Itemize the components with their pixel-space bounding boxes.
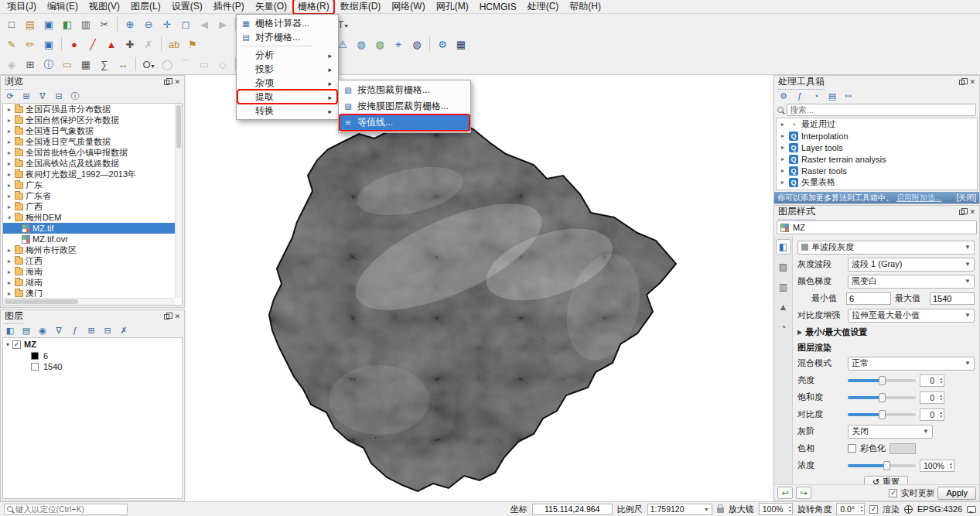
align-rasters-item[interactable]: ▤ 对齐栅格... (237, 30, 338, 44)
banner-close-link[interactable]: [关闭] (956, 193, 976, 203)
add-point-feature-icon[interactable]: ● (65, 36, 84, 53)
chevron-icon[interactable] (6, 193, 12, 200)
chevron-right-icon[interactable] (780, 132, 786, 139)
browser-item[interactable]: 广东省 (3, 190, 182, 201)
geocoding-icon[interactable]: ◍ (408, 36, 426, 53)
remove-layer-icon[interactable]: ✗ (117, 324, 131, 337)
save-layer-edits-icon[interactable]: ▣ (39, 36, 58, 53)
transparency-tab-icon[interactable]: ▨ (776, 259, 791, 275)
raster-calculator-item[interactable]: ▦ 栅格计算器... (237, 16, 338, 30)
menu-edit[interactable]: 编辑(E) (42, 0, 84, 14)
browser-item[interactable]: 全国百强县市分布数据 (3, 104, 182, 114)
chevron-right-icon[interactable] (780, 167, 786, 174)
close-panel-icon[interactable]: ✕ (174, 79, 180, 86)
colorize-checkbox[interactable] (848, 444, 856, 453)
grayscale-dropdown[interactable]: 关闭 ▼ (848, 425, 933, 439)
live-update-checkbox[interactable] (889, 489, 897, 497)
conversion-item[interactable]: 转换 (237, 104, 338, 118)
collapse-all-icon[interactable]: ⊟ (52, 90, 66, 102)
menu-plugins[interactable]: 插件(P) (208, 0, 250, 14)
browser-item[interactable]: 江西 (3, 255, 182, 266)
labeling-icon[interactable]: ab (165, 36, 183, 53)
layout-manager-icon[interactable]: ▥ (77, 15, 95, 32)
field-calculator-icon[interactable]: ∑ (95, 56, 114, 73)
zoom-last-icon[interactable]: ◀ (195, 15, 213, 32)
browser-item[interactable]: 广东 (3, 179, 182, 190)
scale-combobox[interactable]: 1:759120 ▼ (647, 504, 712, 515)
chevron-right-icon[interactable] (780, 144, 786, 151)
chevron-down-icon[interactable]: ▾ (6, 341, 9, 348)
current-edits-icon[interactable]: ✎ (2, 36, 21, 53)
add-line-feature-icon[interactable]: ╱ (84, 36, 102, 53)
gray-band-dropdown[interactable]: 波段 1 (Gray) ▼ (848, 258, 975, 272)
attribute-table-icon[interactable]: ▦ (77, 56, 95, 73)
browser-item[interactable]: 全国首批特色小镇申报数据 (3, 147, 182, 158)
browser-item[interactable]: 全国自然保护区分布数据 (3, 114, 182, 125)
chevron-icon[interactable] (6, 214, 12, 221)
add-selected-layers-icon[interactable]: ⊞ (19, 90, 33, 102)
zoom-next-icon[interactable]: ▶ (213, 15, 232, 32)
browser-item[interactable]: 澳门 (3, 288, 182, 299)
menu-web[interactable]: 网络(W) (386, 0, 430, 14)
menu-processing[interactable]: 处理(C) (522, 0, 565, 14)
close-panel-icon[interactable]: ✕ (969, 209, 975, 216)
spinner-arrows-icon[interactable]: ▴▾ (787, 505, 793, 513)
render-type-dropdown[interactable]: 单波段灰度 ▼ (797, 241, 975, 255)
toggle-editing-icon[interactable]: ✏ (21, 36, 39, 53)
reset-button[interactable]: ↺ 重置 (864, 476, 908, 485)
apply-button[interactable]: Apply (937, 487, 976, 500)
add-group-icon[interactable]: ▤ (19, 324, 33, 337)
extraction-item[interactable]: 提取 (237, 90, 338, 104)
contrast-slider[interactable] (848, 413, 916, 416)
chevron-icon[interactable] (6, 149, 12, 156)
coordinate-input[interactable] (532, 504, 613, 515)
toolbox-group[interactable]: 矢量创建 (777, 188, 977, 190)
max-value-input[interactable] (930, 292, 975, 305)
saturation-spinbox[interactable]: 0 ▴▾ (920, 391, 944, 404)
metasearch-icon[interactable]: ◍ (352, 36, 370, 53)
processing-toolbox-icon[interactable]: ⚙ (433, 36, 452, 53)
crs-label[interactable]: EPSG:4326 (917, 504, 962, 514)
manage-themes-icon[interactable]: ◉ (36, 324, 50, 337)
contrast-spinbox[interactable]: 0 ▴▾ (920, 408, 944, 421)
rotation-spinbox[interactable]: 0.0° ▴▾ (836, 503, 865, 515)
chevron-icon[interactable] (6, 182, 12, 189)
zoom-out-icon[interactable]: ⊖ (139, 15, 158, 32)
chevron-icon[interactable] (6, 128, 12, 135)
spinner-arrows-icon[interactable]: ▴▾ (937, 411, 944, 419)
map-tips-icon[interactable]: ◈ (2, 56, 21, 73)
menu-mesh[interactable]: 网孔(M) (431, 0, 474, 14)
minmax-settings-group[interactable]: ▶ 最小/最大值设置 (797, 326, 975, 338)
float-panel-icon[interactable] (164, 314, 169, 320)
spinner-arrows-icon[interactable]: ▴▾ (858, 505, 864, 513)
chevron-right-icon[interactable] (780, 179, 786, 186)
chevron-icon[interactable] (6, 290, 12, 297)
blend-mode-dropdown[interactable]: 正常 ▼ (848, 357, 975, 371)
new-map-view-icon[interactable]: ⊞ (21, 56, 39, 73)
toolbox-group[interactable]: Raster tools (777, 165, 977, 176)
browser-item[interactable]: 梅州DEM (3, 212, 182, 223)
spinner-arrows-icon[interactable]: ▴▾ (937, 394, 944, 402)
analysis-item[interactable]: 分析 (237, 48, 338, 62)
zoom-in-icon[interactable]: ⊕ (121, 15, 139, 32)
map-canvas[interactable] (186, 75, 773, 501)
history-icon[interactable]: ◔ (809, 90, 823, 102)
chevron-icon[interactable] (6, 258, 12, 265)
coordinate-capture-icon[interactable]: ⌖ (389, 36, 408, 53)
models-icon[interactable]: ⚙ (777, 90, 790, 102)
close-panel-icon[interactable]: ✕ (969, 79, 975, 86)
menu-project[interactable]: 项目(J) (2, 0, 42, 14)
refresh-browser-icon[interactable]: ⟳ (3, 90, 17, 102)
locator-box[interactable] (4, 504, 128, 515)
browser-item[interactable]: MZ.tif (3, 223, 182, 234)
edit-features-inplace-icon[interactable]: ✏ (842, 90, 855, 102)
new-project-icon[interactable]: □ (2, 15, 21, 32)
circle-tool-icon[interactable]: O (139, 56, 158, 73)
browser-item[interactable]: 梅州市行政区 (3, 244, 182, 255)
lock-scale-icon[interactable] (717, 507, 724, 513)
symbology-tab-icon[interactable]: ◧ (776, 239, 791, 255)
menu-vector[interactable]: 矢量(O) (250, 0, 292, 14)
layer-visibility-checkbox[interactable] (12, 340, 21, 349)
results-viewer-icon[interactable]: ▤ (825, 90, 839, 102)
select-features-icon[interactable]: ▭ (58, 56, 77, 73)
